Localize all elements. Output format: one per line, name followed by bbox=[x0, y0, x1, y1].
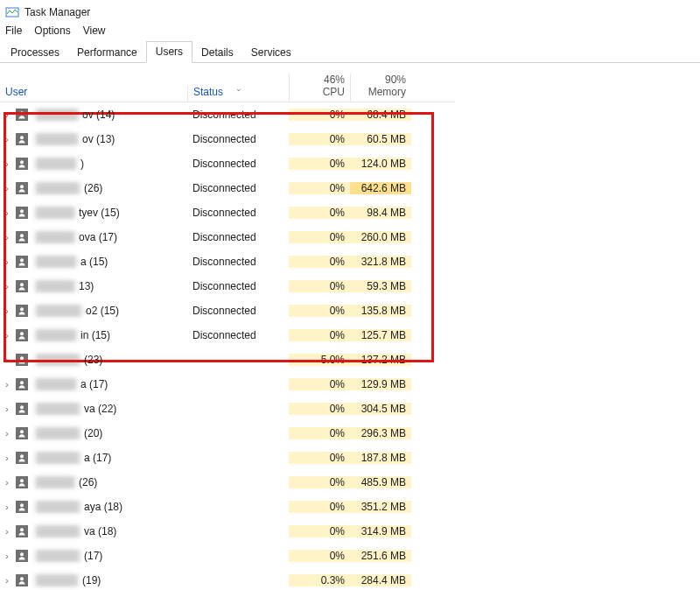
window-title: Task Manager bbox=[24, 6, 90, 18]
menu-file[interactable]: File bbox=[5, 25, 22, 37]
menu-options[interactable]: Options bbox=[34, 25, 70, 37]
expand-chevron-icon[interactable]: › bbox=[4, 527, 10, 537]
redacted-name bbox=[33, 354, 82, 366]
table-row[interactable]: ›ov (14)Disconnected0%68.4 MB bbox=[0, 102, 455, 127]
user-name: (20) bbox=[33, 427, 102, 439]
table-row[interactable]: ›tyev (15)Disconnected0%98.4 MB bbox=[0, 200, 455, 225]
expand-chevron-icon[interactable]: › bbox=[4, 257, 10, 267]
table-row[interactable]: ›13)Disconnected0%59.3 MB bbox=[0, 274, 455, 299]
cell-user: › (19) bbox=[0, 574, 187, 586]
expand-chevron-icon[interactable]: › bbox=[4, 159, 10, 169]
table-row[interactable]: › (19)0.3%284.4 MB bbox=[0, 568, 455, 590]
table-row[interactable]: › (26)0%485.9 MB bbox=[0, 470, 455, 495]
user-icon bbox=[16, 525, 28, 537]
col-status[interactable]: ⌄ Status bbox=[187, 86, 289, 102]
col-user-label: User bbox=[5, 86, 27, 98]
expand-chevron-icon[interactable]: › bbox=[4, 404, 10, 414]
tab-processes[interactable]: Processes bbox=[2, 43, 68, 63]
table-row[interactable]: ›a (17)0%187.8 MB bbox=[0, 446, 455, 470]
expand-chevron-icon[interactable]: › bbox=[4, 380, 10, 390]
cell-status: Disconnected bbox=[187, 207, 289, 219]
expand-chevron-icon[interactable]: › bbox=[4, 233, 10, 242]
user-icon bbox=[16, 231, 28, 243]
redacted-name bbox=[33, 133, 80, 145]
cell-memory: 187.8 MB bbox=[350, 452, 411, 464]
user-name-suffix: ov (14) bbox=[80, 109, 115, 121]
redacted-name bbox=[33, 550, 82, 562]
col-user[interactable]: User bbox=[0, 86, 187, 102]
table-row[interactable]: › (26)Disconnected0%642.6 MB bbox=[0, 176, 455, 200]
table-row[interactable]: ›va (22)0%304.5 MB bbox=[0, 397, 455, 421]
user-name-suffix: aya (18) bbox=[82, 501, 122, 513]
table-row[interactable]: ›ov (13)Disconnected0%60.5 MB bbox=[0, 127, 455, 151]
svg-point-18 bbox=[20, 528, 24, 531]
table-row[interactable]: › (17)0%251.6 MB bbox=[0, 544, 455, 568]
user-name: va (22) bbox=[33, 403, 116, 415]
cell-status: Disconnected bbox=[187, 280, 289, 292]
expand-chevron-icon[interactable]: › bbox=[4, 331, 10, 341]
expand-chevron-icon[interactable]: › bbox=[4, 502, 10, 512]
expand-chevron-icon[interactable]: › bbox=[4, 576, 10, 586]
table-row[interactable]: ›)Disconnected0%124.0 MB bbox=[0, 151, 455, 176]
table-row[interactable]: ›ova (17)Disconnected0%260.0 MB bbox=[0, 225, 455, 249]
svg-point-19 bbox=[20, 552, 24, 556]
cell-memory: 321.8 MB bbox=[350, 256, 411, 268]
table-row[interactable]: ›in (15)Disconnected0%125.7 MB bbox=[0, 323, 455, 348]
cell-cpu: 0% bbox=[289, 158, 350, 170]
cell-cpu: 0% bbox=[289, 403, 350, 415]
user-name-suffix: ov (13) bbox=[80, 133, 115, 145]
expand-chevron-icon[interactable]: › bbox=[4, 551, 10, 561]
cell-memory: 129.9 MB bbox=[350, 378, 411, 390]
expand-chevron-icon[interactable]: › bbox=[4, 282, 10, 291]
table-row[interactable]: ›aya (18)0%351.2 MB bbox=[0, 495, 455, 519]
cell-cpu: 0% bbox=[289, 329, 350, 341]
user-name: a (15) bbox=[33, 256, 108, 268]
svg-point-2 bbox=[20, 136, 24, 139]
expand-chevron-icon[interactable]: › bbox=[4, 135, 10, 144]
table-row[interactable]: › (23)5.0%137.2 MB bbox=[0, 348, 455, 372]
tab-details[interactable]: Details bbox=[192, 43, 242, 63]
tab-services[interactable]: Services bbox=[242, 43, 300, 63]
user-name-suffix: a (17) bbox=[79, 378, 108, 390]
table-row[interactable]: ›o2 (15)Disconnected0%135.8 MB bbox=[0, 299, 455, 323]
col-memory-label: Memory bbox=[368, 86, 406, 98]
cell-user: ›13) bbox=[0, 280, 187, 292]
cell-user: ›va (22) bbox=[0, 403, 187, 415]
user-icon bbox=[16, 378, 28, 390]
table-row[interactable]: ›a (17)0%129.9 MB bbox=[0, 372, 455, 397]
user-icon bbox=[16, 256, 28, 268]
expand-chevron-icon[interactable]: › bbox=[4, 453, 10, 463]
expand-chevron-icon[interactable]: › bbox=[4, 110, 10, 120]
col-cpu-pct: 46% bbox=[324, 74, 345, 86]
cell-user: ›ov (14) bbox=[0, 109, 187, 121]
redacted-name bbox=[33, 452, 82, 464]
user-name: ov (14) bbox=[33, 109, 115, 121]
cell-cpu: 0% bbox=[289, 525, 350, 537]
user-name-suffix: tyev (15) bbox=[77, 207, 120, 219]
tab-performance[interactable]: Performance bbox=[68, 43, 146, 63]
user-name: 13) bbox=[33, 280, 94, 292]
user-name: a (17) bbox=[33, 452, 111, 464]
expand-chevron-icon[interactable]: › bbox=[4, 355, 10, 365]
table-row[interactable]: ›a (15)Disconnected0%321.8 MB bbox=[0, 249, 455, 274]
cell-user: ›tyev (15) bbox=[0, 207, 187, 219]
tab-users[interactable]: Users bbox=[146, 41, 192, 63]
expand-chevron-icon[interactable]: › bbox=[4, 429, 10, 439]
menu-view[interactable]: View bbox=[83, 25, 106, 37]
expand-chevron-icon[interactable]: › bbox=[4, 478, 10, 488]
expand-chevron-icon[interactable]: › bbox=[4, 184, 10, 193]
col-memory[interactable]: 90% Memory bbox=[350, 74, 411, 102]
table-row[interactable]: ›va (18)0%314.9 MB bbox=[0, 519, 455, 544]
user-icon bbox=[16, 305, 28, 317]
expand-chevron-icon[interactable]: › bbox=[4, 208, 10, 218]
redacted-name bbox=[33, 501, 82, 513]
col-cpu[interactable]: 46% CPU bbox=[289, 74, 350, 102]
table-row[interactable]: ›(20)0%296.3 MB bbox=[0, 421, 455, 446]
cell-user: ›a (17) bbox=[0, 378, 187, 390]
user-icon bbox=[16, 354, 28, 366]
expand-chevron-icon[interactable]: › bbox=[4, 306, 10, 316]
user-name-suffix: ova (17) bbox=[77, 231, 117, 243]
cell-status: Disconnected bbox=[187, 256, 289, 268]
user-icon bbox=[16, 329, 28, 341]
user-name: ov (13) bbox=[33, 133, 115, 145]
